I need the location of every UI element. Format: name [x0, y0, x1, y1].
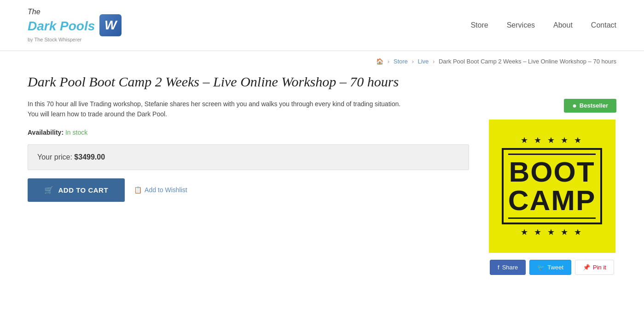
boot-camp-border: BOOT CAMP — [502, 148, 603, 224]
product-description: In this 70 hour all live Trading worksho… — [28, 99, 469, 120]
bottom-line — [508, 217, 596, 219]
stars-bottom: ★ ★ ★ ★ ★ — [502, 227, 603, 237]
main-content: Dark Pool Boot Camp 2 Weeks – Live Onlin… — [0, 69, 644, 293]
twitter-icon: 🐦 — [537, 264, 545, 271]
pinterest-icon: 📌 — [583, 264, 590, 271]
breadcrumb-current: Dark Pool Boot Camp 2 Weeks – Live Onlin… — [439, 58, 616, 65]
site-header: The Dark Pools by The Stock Whisperer W … — [0, 0, 644, 51]
breadcrumb: 🏠 › Store › Live › Dark Pool Boot Camp 2… — [0, 51, 644, 69]
product-image: ★ ★ ★ ★ ★ BOOT CAMP ★ ★ ★ ★ ★ — [489, 120, 615, 253]
add-to-cart-button[interactable]: 🛒 ADD TO CART — [28, 178, 125, 202]
actions-row: 🛒 ADD TO CART 📋 Add to Wishlist — [28, 178, 469, 202]
price-label: Your price: — [37, 153, 72, 161]
badge-label: Bestseller — [580, 102, 608, 109]
logo-w-icon: W — [99, 14, 122, 36]
add-to-wishlist-button[interactable]: 📋 Add to Wishlist — [134, 186, 187, 194]
tweet-button[interactable]: 🐦 Tweet — [529, 260, 571, 275]
badge-dot: ● — [572, 102, 577, 110]
product-right: ● Bestseller ★ ★ ★ ★ ★ BOOT CAMP ★ ★ ★ ★… — [487, 99, 616, 275]
top-line — [508, 154, 596, 155]
pin-label: Pin it — [593, 264, 606, 271]
availability-value: In stock — [65, 129, 87, 136]
boot-camp-graphic: ★ ★ ★ ★ ★ BOOT CAMP ★ ★ ★ ★ ★ — [502, 133, 603, 240]
product-layout: In this 70 hour all live Trading worksho… — [28, 99, 616, 275]
logo-by-line: by The Stock Whisperer — [28, 37, 81, 42]
cart-icon: 🛒 — [44, 186, 54, 194]
tweet-label: Tweet — [547, 264, 563, 271]
bestseller-badge: ● Bestseller — [564, 99, 616, 113]
home-icon[interactable]: 🏠 — [376, 58, 383, 65]
share-label: Share — [502, 264, 518, 271]
pin-button[interactable]: 📌 Pin it — [575, 260, 614, 275]
boot-text: BOOT — [508, 158, 596, 186]
wishlist-label: Add to Wishlist — [145, 186, 187, 194]
nav-about[interactable]: About — [553, 21, 573, 29]
facebook-icon: f — [498, 264, 499, 271]
breadcrumb-live[interactable]: Live — [418, 58, 429, 65]
availability-row: Availability: In stock — [28, 129, 469, 136]
product-details: In this 70 hour all live Trading worksho… — [28, 99, 469, 275]
logo-area: The Dark Pools by The Stock Whisperer W — [28, 7, 122, 44]
nav-contact[interactable]: Contact — [591, 21, 616, 29]
social-buttons: f Share 🐦 Tweet 📌 Pin it — [487, 260, 616, 275]
logo-the: The — [28, 8, 41, 16]
add-to-cart-label: ADD TO CART — [58, 186, 109, 194]
availability-label: Availability: — [28, 129, 64, 136]
price-box: Your price: $3499.00 — [28, 144, 469, 170]
nav-services[interactable]: Services — [507, 21, 535, 29]
main-nav: Store Services About Contact — [470, 21, 616, 29]
camp-text: CAMP — [508, 186, 596, 215]
logo-dark-pools: Dark Pools — [28, 19, 95, 33]
description-line2: You will learn how to trade around the D… — [28, 109, 469, 119]
description-line1: In this 70 hour all live Trading worksho… — [28, 99, 469, 109]
breadcrumb-store[interactable]: Store — [394, 58, 408, 65]
nav-store[interactable]: Store — [470, 21, 488, 29]
price-amount: $3499.00 — [74, 153, 105, 161]
stars-top: ★ ★ ★ ★ ★ — [502, 135, 603, 145]
product-title: Dark Pool Boot Camp 2 Weeks – Live Onlin… — [28, 74, 616, 90]
share-button[interactable]: f Share — [490, 260, 526, 275]
wishlist-icon: 📋 — [134, 186, 142, 194]
logo-text-block: The Dark Pools by The Stock Whisperer — [28, 7, 95, 44]
